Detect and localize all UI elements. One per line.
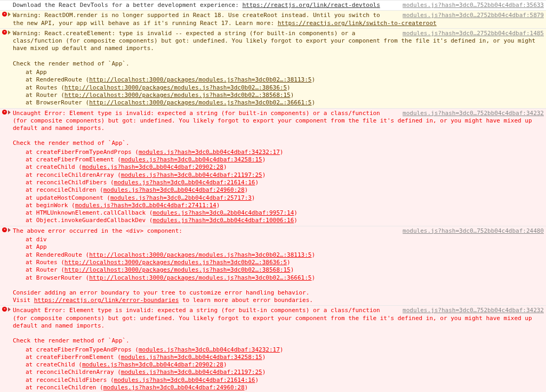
- stack-frame: at Router (http://localhost:3000/package…: [26, 92, 544, 99]
- disclosure-triangle-icon[interactable]: [8, 307, 11, 312]
- stack-link[interactable]: modules.js?hash=3dc0…bb04c4dbaf:21614:16: [114, 377, 255, 383]
- stack-frame: at div: [26, 236, 544, 243]
- stack-link[interactable]: modules.js?hash=3dc0…bb04c4dbaf:21197:25: [121, 172, 262, 178]
- stack-link[interactable]: modules.js?hash=3dc0…bb04c4dbaf:34258:15: [121, 156, 262, 163]
- console-row: modules.js?hash=3dc0…752bb04c4dbaf:34232…: [0, 108, 546, 226]
- stack-frame: at RenderedRoute (http://localhost:3000/…: [26, 76, 544, 84]
- error-icon: [2, 227, 7, 232]
- stack-link[interactable]: http://localhost:3000/packages/modules.j…: [89, 274, 311, 281]
- stack-frame: at beginWork (modules.js?hash=3dc0…bb04c…: [26, 202, 544, 209]
- stack-frame: at createChild (modules.js?hash=3dc0…bb0…: [26, 361, 544, 369]
- console-output: modules.js?hash=3dc0…752bb04c4dbaf:35633…: [0, 0, 546, 392]
- console-row: modules.js?hash=3dc0…752bb04c4dbaf:35633…: [0, 0, 546, 10]
- console-row: modules.js?hash=3dc0…752bb04c4dbaf:34232…: [0, 305, 546, 392]
- stack-link[interactable]: modules.js?hash=3dc0…2bb04c4dbaf:25717:3: [110, 194, 252, 201]
- stack-frame: at Routes (http://localhost:3000/package…: [26, 259, 544, 266]
- stack-link[interactable]: http://localhost:3000/packages/modules.j…: [89, 251, 311, 258]
- stack-frame: at reconcileChildFibers (modules.js?hash…: [26, 179, 544, 186]
- stack-link[interactable]: http://localhost:3000/packages/modules.j…: [65, 84, 287, 91]
- stack-trace: at divat Appat RenderedRoute (http://loc…: [13, 236, 544, 282]
- stack-frame: at reconcileChildren (modules.js?hash=3d…: [26, 186, 544, 194]
- stack-frame: at RenderedRoute (http://localhost:3000/…: [26, 251, 544, 259]
- log-message-detail: Check the render method of `App`.: [13, 60, 544, 68]
- console-row: modules.js?hash=3dc0…752bb04c4dbaf:24480…: [0, 226, 546, 306]
- stack-link[interactable]: http://localhost:3000/packages/modules.j…: [65, 266, 291, 273]
- console-row: modules.js?hash=3dc0…2752bb04c4dbaf:1485…: [0, 28, 546, 108]
- stack-frame: at reconcileChildrenArray (modules.js?ha…: [26, 369, 544, 376]
- warning-icon: [2, 30, 7, 35]
- stack-trace: at createFiberFromTypeAndProps (modules.…: [13, 149, 544, 225]
- source-link[interactable]: modules.js?hash=3dc0…752bb04c4dbaf:24480: [403, 227, 544, 235]
- stack-frame: at Routes (http://localhost:3000/package…: [26, 84, 544, 92]
- source-link[interactable]: modules.js?hash=3dc0…2752bb04c4dbaf:1485: [403, 30, 544, 37]
- stack-link[interactable]: modules.js?hash=3dc0…bb04c4dbaf:34232:17: [139, 346, 280, 353]
- stack-link[interactable]: modules.js?hash=3dc0…bb04c4dbaf:20902:28: [82, 361, 223, 368]
- stack-frame: at App: [26, 243, 544, 251]
- disclosure-triangle-icon[interactable]: [8, 110, 11, 115]
- stack-frame: at BrowserRouter (http://localhost:3000/…: [26, 99, 544, 107]
- stack-link[interactable]: modules.js?hash=3dc0…2bb04c4dbaf:9957:14: [152, 209, 294, 216]
- console-row: modules.js?hash=3dc0…2752bb04c4dbaf:5879…: [0, 10, 546, 28]
- stack-link[interactable]: modules.js?hash=3dc0…bb04c4dbaf:10006:16: [152, 217, 294, 224]
- stack-frame: at createChild (modules.js?hash=3dc0…bb0…: [26, 164, 544, 171]
- source-link[interactable]: modules.js?hash=3dc0…2752bb04c4dbaf:5879: [403, 12, 544, 19]
- stack-link[interactable]: modules.js?hash=3dc0…bb04c4dbaf:24960:28: [103, 186, 245, 193]
- stack-trace: at createFiberFromTypeAndProps (modules.…: [13, 346, 544, 392]
- stack-frame: at reconcileChildren (modules.js?hash=3d…: [26, 384, 544, 391]
- stack-link[interactable]: http://localhost:3000/packages/modules.j…: [65, 259, 287, 266]
- stack-frame: at createFiberFromTypeAndProps (modules.…: [26, 346, 544, 354]
- disclosure-triangle-icon[interactable]: [8, 228, 11, 232]
- stack-frame: at createFiberFromElement (modules.js?ha…: [26, 156, 544, 164]
- inline-link[interactable]: https://reactjs.org/link/react-devtools: [242, 2, 380, 9]
- log-message-detail: Check the render method of `App`.: [13, 140, 544, 147]
- stack-link[interactable]: http://localhost:3000/packages/modules.j…: [65, 92, 291, 99]
- log-message-trailer: Consider adding an error boundary to you…: [13, 289, 544, 305]
- disclosure-triangle-icon[interactable]: [8, 12, 11, 17]
- stack-frame: at reconcileChildrenArray (modules.js?ha…: [26, 172, 544, 179]
- warning-icon: [2, 12, 7, 17]
- stack-link[interactable]: modules.js?hash=3dc0…bb04c4dbaf:34232:17: [139, 149, 280, 156]
- stack-frame: at reconcileChildFibers (modules.js?hash…: [26, 377, 544, 384]
- source-link[interactable]: modules.js?hash=3dc0…752bb04c4dbaf:34232: [403, 110, 544, 117]
- disclosure-triangle-icon[interactable]: [8, 30, 11, 35]
- log-message: Download the React DevTools for a better…: [13, 2, 380, 9]
- source-link[interactable]: modules.js?hash=3dc0…752bb04c4dbaf:34232: [403, 307, 544, 314]
- stack-frame: at createFiberFromElement (modules.js?ha…: [26, 354, 544, 361]
- log-message: The above error occurred in the <div> co…: [13, 227, 182, 234]
- stack-frame: at Router (http://localhost:3000/package…: [26, 266, 544, 274]
- error-icon: [2, 110, 7, 115]
- log-message-detail: Check the render method of `App`.: [13, 337, 544, 345]
- log-message: Warning: ReactDOM.render is no longer su…: [13, 12, 437, 26]
- stack-frame: at Object.invokeGuardedCallbackDev (modu…: [26, 217, 544, 224]
- stack-link[interactable]: modules.js?hash=3dc0…bb04c4dbaf:34258:15: [121, 354, 262, 361]
- stack-link[interactable]: modules.js?hash=3dc0…bb04c4dbaf:21614:16: [114, 179, 255, 186]
- stack-link[interactable]: modules.js?hash=3dc0…bb04c4dbaf:24960:28: [103, 384, 245, 391]
- inline-link[interactable]: https://reactjs.org/link/switch-to-creat…: [278, 20, 437, 27]
- stack-link[interactable]: http://localhost:3000/packages/modules.j…: [89, 76, 311, 83]
- stack-frame: at App: [26, 69, 544, 76]
- stack-link[interactable]: modules.js?hash=3dc0…bb04c4dbaf:21197:25: [121, 369, 262, 375]
- stack-frame: at HTMLUnknownElement.callCallback (modu…: [26, 209, 544, 217]
- stack-link[interactable]: http://localhost:3000/packages/modules.j…: [89, 99, 311, 106]
- stack-trace: at Appat RenderedRoute (http://localhost…: [13, 69, 544, 107]
- stack-link[interactable]: modules.js?hash=3dc0…bb04c4dbaf:27411:14: [75, 202, 216, 209]
- source-link[interactable]: modules.js?hash=3dc0…752bb04c4dbaf:35633: [403, 2, 544, 9]
- stack-frame: at BrowserRouter (http://localhost:3000/…: [26, 274, 544, 282]
- error-icon: [2, 307, 7, 312]
- stack-frame: at createFiberFromTypeAndProps (modules.…: [26, 149, 544, 156]
- stack-link[interactable]: modules.js?hash=3dc0…bb04c4dbaf:20902:28: [82, 164, 223, 170]
- inline-link[interactable]: https://reactjs.org/link/error-boundarie…: [34, 297, 179, 304]
- stack-frame: at updateHostComponent (modules.js?hash=…: [26, 194, 544, 202]
